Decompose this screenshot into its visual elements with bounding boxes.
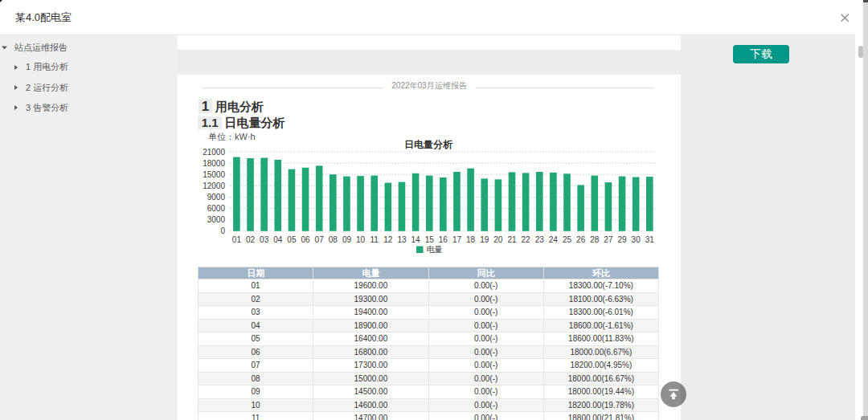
svg-text:23: 23 [535, 235, 545, 244]
svg-text:15: 15 [425, 235, 435, 244]
svg-text:01: 01 [232, 235, 242, 244]
svg-text:19: 19 [480, 235, 489, 244]
svg-text:02: 02 [246, 235, 256, 244]
svg-text:09: 09 [342, 235, 352, 244]
svg-text:16: 16 [439, 235, 448, 244]
svg-text:20: 20 [493, 235, 503, 244]
svg-text:9000: 9000 [207, 193, 226, 202]
svg-text:08: 08 [329, 235, 338, 244]
svg-text:0: 0 [220, 226, 225, 235]
svg-text:3000: 3000 [207, 215, 226, 224]
svg-text:24: 24 [549, 235, 559, 244]
svg-text:26: 26 [576, 235, 586, 244]
svg-text:22: 22 [522, 235, 531, 244]
svg-text:29: 29 [617, 235, 627, 244]
svg-text:18000: 18000 [203, 159, 225, 168]
svg-text:17: 17 [452, 235, 462, 244]
svg-text:25: 25 [563, 235, 572, 244]
svg-text:10: 10 [356, 235, 366, 244]
svg-text:27: 27 [604, 235, 613, 244]
svg-text:30: 30 [632, 235, 641, 244]
svg-text:15000: 15000 [203, 170, 225, 179]
svg-text:06: 06 [301, 235, 310, 244]
svg-text:21: 21 [507, 235, 517, 244]
svg-text:21000: 21000 [203, 148, 225, 157]
svg-text:28: 28 [590, 235, 600, 244]
svg-text:11: 11 [371, 235, 379, 244]
svg-text:12000: 12000 [203, 181, 225, 190]
svg-text:6000: 6000 [207, 204, 226, 213]
svg-text:18: 18 [466, 235, 476, 244]
svg-text:31: 31 [645, 235, 655, 244]
svg-text:03: 03 [260, 235, 269, 244]
svg-text:05: 05 [287, 235, 297, 244]
svg-text:07: 07 [315, 235, 325, 244]
svg-text:14: 14 [411, 235, 421, 244]
svg-text:日电量分析: 日电量分析 [404, 139, 453, 150]
svg-text:12: 12 [383, 235, 393, 244]
svg-text:13: 13 [397, 235, 407, 244]
svg-text:电量: 电量 [427, 245, 443, 253]
svg-text:04: 04 [273, 235, 283, 244]
